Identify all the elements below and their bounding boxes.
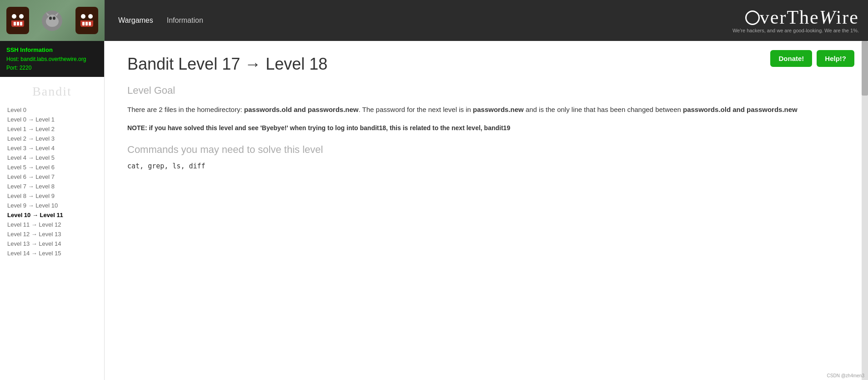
top-buttons: Donate! Help!? — [770, 50, 854, 67]
sidebar-level-8-9-link[interactable]: Level 8 → Level 9 — [7, 193, 97, 199]
commands-text: cat, grep, ls, diff — [127, 162, 845, 170]
header: Wargames Information verTheWire We're ha… — [0, 0, 868, 41]
ssh-port: Port: 2220 — [6, 64, 98, 72]
domo-left — [6, 7, 29, 34]
level-goal-title: Level Goal — [127, 85, 845, 96]
nav-wargames[interactable]: Wargames — [118, 16, 153, 25]
sidebar-level-3-4-link[interactable]: Level 3 → Level 4 — [7, 145, 97, 152]
sidebar-level-11-12-link[interactable]: Level 11 → Level 12 — [7, 221, 97, 228]
brand: verTheWire We're hackers, and we are goo… — [733, 8, 859, 33]
nav-information[interactable]: Information — [167, 16, 203, 25]
main-content: Donate! Help!? Bandit Level 17 → Level 1… — [105, 41, 868, 380]
page-layout: SSH Information Host: bandit.labs.overth… — [0, 41, 868, 380]
sidebar-level-12-13-link[interactable]: Level 12 → Level 13 — [7, 231, 97, 238]
sidebar-level-13-14[interactable]: Level 13 → Level 14 — [0, 239, 104, 248]
sidebar-level-1-2[interactable]: Level 1 → Level 2 — [0, 124, 104, 134]
sidebar-level-0-1-link[interactable]: Level 0 → Level 1 — [7, 116, 97, 123]
sidebar-level-1-2-link[interactable]: Level 1 → Level 2 — [7, 126, 97, 132]
sidebar-game-title: Bandit — [0, 77, 104, 103]
sidebar-level-14-15-link[interactable]: Level 14 → Level 15 — [7, 250, 97, 257]
sidebar-level-6-7-link[interactable]: Level 6 → Level 7 — [7, 173, 97, 180]
desc-bold3: passwords.old and passwords.new — [683, 106, 798, 113]
sidebar-level-8-9[interactable]: Level 8 → Level 9 — [0, 191, 104, 201]
ssh-host: Host: bandit.labs.overthewire.org — [6, 55, 98, 64]
level-description: There are 2 files in the homedirectory: … — [127, 104, 845, 116]
page-title: Bandit Level 17 → Level 18 — [127, 55, 845, 74]
note-text: NOTE: if you have solved this level and … — [127, 123, 845, 133]
site-logo — [0, 0, 105, 41]
sidebar-level-9-10[interactable]: Level 9 → Level 10 — [0, 201, 104, 210]
sidebar-level-13-14-link[interactable]: Level 13 → Level 14 — [7, 240, 97, 247]
ssh-info-box: SSH Information Host: bandit.labs.overth… — [0, 41, 104, 77]
desc-part3: and is the only line that has been chang… — [524, 106, 683, 113]
sidebar-level-3-4[interactable]: Level 3 → Level 4 — [0, 143, 104, 153]
sidebar-level-0-link[interactable]: Level 0 — [7, 106, 97, 113]
sidebar-level-14-15[interactable]: Level 14 → Level 15 — [0, 248, 104, 258]
sidebar: SSH Information Host: bandit.labs.overth… — [0, 41, 105, 380]
domo-right — [75, 7, 98, 34]
brand-title: verTheWire — [733, 8, 859, 27]
desc-part2: . The password for the next level is in — [359, 106, 473, 113]
sidebar-level-12-13[interactable]: Level 12 → Level 13 — [0, 229, 104, 239]
sidebar-level-6-7[interactable]: Level 6 → Level 7 — [0, 172, 104, 182]
sidebar-level-10-11-link[interactable]: Level 10 → Level 11 — [7, 212, 97, 218]
sidebar-level-5-6[interactable]: Level 5 → Level 6 — [0, 162, 104, 172]
svg-marker-3 — [55, 12, 59, 16]
donate-button[interactable]: Donate! — [770, 50, 812, 67]
ssh-info-title: SSH Information — [6, 46, 98, 55]
sidebar-level-2-3-link[interactable]: Level 2 → Level 3 — [7, 135, 97, 142]
sidebar-level-0-1[interactable]: Level 0 → Level 1 — [0, 115, 104, 124]
svg-point-5 — [53, 17, 55, 20]
sidebar-level-7-8[interactable]: Level 7 → Level 8 — [0, 182, 104, 191]
sidebar-level-11-12[interactable]: Level 11 → Level 12 — [0, 220, 104, 229]
desc-bold1: passwords.old and passwords.new — [244, 106, 359, 113]
desc-part1: There are 2 files in the homedirectory: — [127, 106, 244, 113]
svg-point-1 — [48, 15, 57, 23]
sidebar-level-7-8-link[interactable]: Level 7 → Level 8 — [7, 183, 97, 190]
brand-circle — [745, 10, 760, 25]
sidebar-level-list: Level 0 Level 0 → Level 1 Level 1 → Leve… — [0, 103, 104, 260]
sidebar-level-4-5-link[interactable]: Level 4 → Level 5 — [7, 154, 97, 161]
cat-icon — [42, 10, 62, 31]
sidebar-level-9-10-link[interactable]: Level 9 → Level 10 — [7, 202, 97, 209]
scrollbar[interactable] — [862, 41, 868, 380]
sidebar-level-4-5[interactable]: Level 4 → Level 5 — [0, 153, 104, 162]
sidebar-level-10-11[interactable]: Level 10 → Level 11 — [0, 210, 104, 220]
sidebar-level-5-6-link[interactable]: Level 5 → Level 6 — [7, 164, 97, 171]
commands-section-title: Commands you may need to solve this leve… — [127, 144, 845, 156]
brand-tagline: We're hackers, and we are good-looking. … — [733, 28, 859, 33]
sidebar-level-2-3[interactable]: Level 2 → Level 3 — [0, 134, 104, 143]
scrollbar-thumb[interactable] — [862, 41, 868, 96]
help-button[interactable]: Help!? — [817, 50, 854, 67]
watermark: CSDN @zh4men3 — [827, 373, 864, 378]
svg-marker-2 — [46, 12, 50, 16]
sidebar-level-0[interactable]: Level 0 — [0, 105, 104, 115]
desc-bold2: passwords.new — [473, 106, 524, 113]
svg-point-4 — [49, 17, 52, 20]
